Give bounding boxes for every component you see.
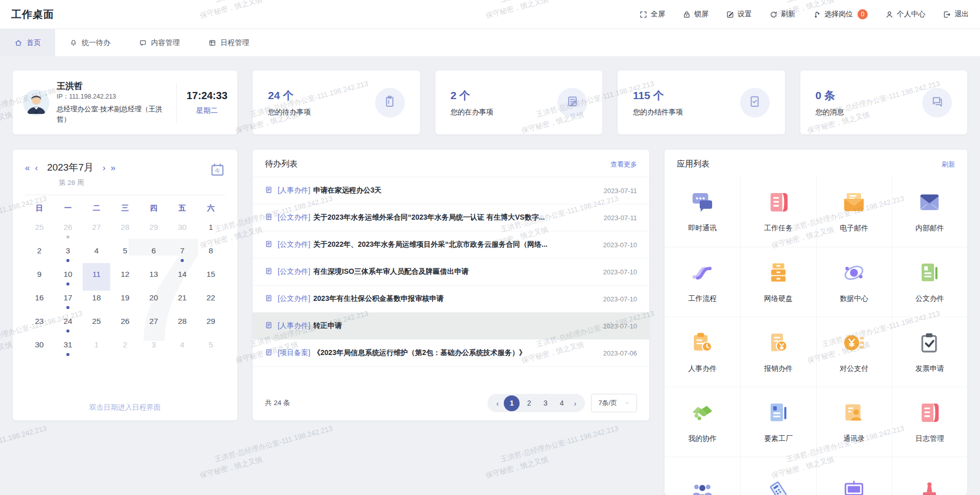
todo-prev-page[interactable]: ‹ (494, 399, 501, 408)
fullscreen-button[interactable]: 全屏 (639, 10, 665, 19)
calendar-day[interactable]: 24 (54, 314, 82, 338)
prev-year-button[interactable]: « (25, 163, 30, 172)
todo-page-3[interactable]: 3 (538, 396, 552, 410)
app-factory[interactable]: 要素工厂 (740, 387, 816, 457)
calendar-day[interactable]: 1 (197, 220, 225, 244)
todo-page-2[interactable]: 2 (522, 396, 536, 410)
view-more-link[interactable]: 查看更多 (610, 160, 637, 169)
app-payment[interactable]: 对公支付 (816, 317, 892, 387)
calendar-day[interactable]: 7 (168, 244, 197, 267)
todo-item[interactable]: [公文办件]有生深境ISO三体系年审人员配合及牌匾借出申请2023-07-10 (253, 258, 649, 286)
app-internal-mail[interactable]: 内部邮件 (892, 177, 967, 247)
tab-schedule[interactable]: 日程管理 (194, 29, 263, 56)
app-work-task[interactable]: 工作任务 (740, 177, 816, 247)
app-invoice[interactable]: 发票申请 (892, 317, 967, 387)
calendar-day[interactable]: 15 (197, 267, 225, 291)
calendar-day[interactable]: 25 (82, 314, 111, 338)
calendar-day[interactable]: 6 (139, 244, 168, 267)
todo-item[interactable]: [公文办件]关于2023年水务运维外采合同“2023年水务局统一认证 有生博大V… (253, 204, 649, 231)
calendar-day[interactable]: 29 (139, 220, 168, 244)
calendar-day[interactable]: 25 (25, 220, 54, 244)
todo-page-size-select[interactable]: 7条/页 (591, 394, 637, 412)
calendar-day[interactable]: 26 (111, 314, 139, 338)
app-collaboration[interactable]: 我的协作 (665, 387, 740, 457)
app-contacts[interactable]: 通讯录 (816, 387, 892, 457)
apps-refresh-link[interactable]: 刷新 (942, 160, 955, 169)
calendar-day[interactable]: 28 (111, 220, 139, 244)
tab-content[interactable]: 内容管理 (125, 29, 194, 56)
calendar-day[interactable]: 27 (82, 220, 111, 244)
calendar-day[interactable]: 8 (197, 244, 225, 267)
calendar-day[interactable]: 21 (168, 291, 197, 314)
app-people[interactable] (665, 457, 740, 495)
calendar-day[interactable]: 5 (197, 338, 225, 361)
calendar-day[interactable]: 12 (111, 267, 139, 291)
calendar-day[interactable]: 11 (82, 267, 111, 291)
calendar-day[interactable]: 30 (25, 338, 54, 361)
app-journal[interactable]: 日志管理 (892, 387, 967, 457)
tab-todo[interactable]: 统一待办 (55, 29, 125, 56)
calendar-day[interactable]: 22 (197, 291, 225, 314)
todo-item[interactable]: [人事办件]转正申请2023-07-10 (253, 313, 649, 340)
today-button[interactable]: 今 (210, 162, 225, 179)
calendar-day[interactable]: 30 (168, 220, 197, 244)
app-hr[interactable]: 人事办件 (665, 317, 740, 387)
app-email[interactable]: 电子邮件 (816, 177, 892, 247)
todo-item[interactable]: [公文办件]关于2022年、2023年水务局运维项目外采“北京市政务云服务合同（… (253, 231, 649, 258)
refresh-button[interactable]: 刷新 (769, 10, 795, 19)
next-year-button[interactable]: » (111, 163, 115, 172)
app-board[interactable] (816, 457, 892, 495)
calendar-day[interactable]: 28 (168, 314, 197, 338)
stat-card-1[interactable]: 2 个您的在办事项 (435, 70, 603, 134)
calendar-day[interactable]: 13 (139, 267, 168, 291)
prev-month-button[interactable]: ‹ (35, 163, 38, 172)
select-post-button[interactable]: 选择岗位0 (813, 9, 868, 19)
calendar-day[interactable]: 19 (111, 291, 139, 314)
page-title: 工作桌面 (11, 8, 54, 21)
calendar-day[interactable]: 3 (139, 338, 168, 361)
calendar-day[interactable]: 29 (197, 314, 225, 338)
app-receipt[interactable] (740, 457, 816, 495)
todo-page-4[interactable]: 4 (555, 396, 569, 410)
calendar-day[interactable]: 3 (54, 244, 82, 267)
app-workflow[interactable]: 工作流程 (665, 247, 740, 317)
calendar-day[interactable]: 9 (25, 267, 54, 291)
calendar-day[interactable]: 16 (25, 291, 54, 314)
calendar-day[interactable]: 17 (54, 291, 82, 314)
avatar[interactable] (23, 89, 50, 116)
todo-item[interactable]: [公文办件]2023年有生社保公积金基数申报审核申请2023-07-10 (253, 286, 649, 313)
todo-item[interactable]: [项目备案]《2023年局信息系统运行维护（第2包：基础办公系统技术服务）》20… (253, 340, 649, 367)
next-month-button[interactable]: › (103, 163, 106, 172)
calendar-day[interactable]: 18 (82, 291, 111, 314)
stat-card-2[interactable]: 115 个您的办结件事项 (618, 70, 785, 134)
calendar-day[interactable]: 23 (25, 314, 54, 338)
calendar-day[interactable]: 2 (25, 244, 54, 267)
calendar-day[interactable]: 20 (139, 291, 168, 314)
tab-home[interactable]: 首页 (0, 29, 55, 56)
logout-button[interactable]: 退出 (943, 10, 969, 19)
app-expense[interactable]: 报销办件 (740, 317, 816, 387)
stat-card-3[interactable]: 0 条您的消息 (800, 70, 968, 134)
todo-item[interactable]: [人事办件]申请在家远程办公3天2023-07-11 (253, 177, 649, 204)
app-network-disk[interactable]: 网络硬盘 (740, 247, 816, 317)
app-data-center[interactable]: 数据中心 (816, 247, 892, 317)
lock-screen-button[interactable]: 锁屏 (682, 10, 708, 19)
app-official-doc[interactable]: 公文办件 (892, 247, 967, 317)
calendar-day[interactable]: 27 (139, 314, 168, 338)
calendar-day[interactable]: 26 (54, 220, 82, 244)
app-im[interactable]: 即时通讯 (665, 177, 740, 247)
app-stamp[interactable] (892, 457, 967, 495)
stat-card-0[interactable]: 24 个您的待办事项 (253, 70, 420, 134)
profile-button[interactable]: 个人中心 (885, 10, 925, 19)
calendar-day[interactable]: 5 (111, 244, 139, 267)
calendar-day[interactable]: 14 (168, 267, 197, 291)
calendar-day[interactable]: 10 (54, 267, 82, 291)
todo-next-page[interactable]: › (571, 399, 579, 408)
settings-button[interactable]: 设置 (726, 10, 752, 19)
calendar-day[interactable]: 4 (168, 338, 197, 361)
calendar-day[interactable]: 1 (82, 338, 111, 361)
calendar-day[interactable]: 2 (111, 338, 139, 361)
todo-page-1[interactable]: 1 (504, 395, 520, 411)
calendar-day[interactable]: 31 (54, 338, 82, 361)
calendar-footer-hint[interactable]: 双击日期进入日程界面 (13, 403, 237, 412)
